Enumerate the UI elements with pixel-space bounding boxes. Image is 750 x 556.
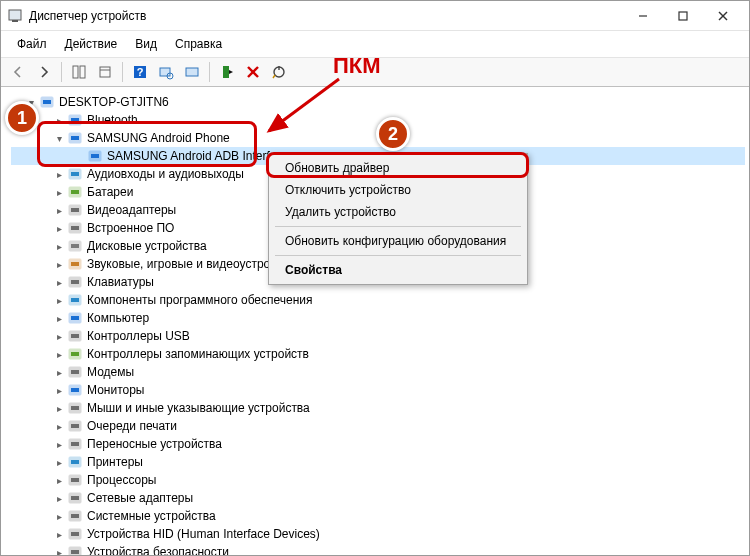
tb-properties-button[interactable] bbox=[94, 61, 116, 83]
expand-icon[interactable]: ▸ bbox=[53, 313, 65, 324]
svg-rect-70 bbox=[71, 550, 79, 554]
expand-icon[interactable]: ▸ bbox=[53, 547, 65, 556]
svg-rect-34 bbox=[71, 226, 79, 230]
expand-icon[interactable]: ▸ bbox=[53, 421, 65, 432]
phone-icon bbox=[87, 148, 103, 164]
tb-show-hide-tree-button[interactable] bbox=[68, 61, 90, 83]
expand-icon[interactable]: ▸ bbox=[53, 331, 65, 342]
tree-category[interactable]: ▸ Контроллеры USB bbox=[11, 327, 745, 345]
expand-icon[interactable]: ▾ bbox=[53, 133, 65, 144]
tb-uninstall-button[interactable] bbox=[242, 61, 264, 83]
expand-icon[interactable]: ▸ bbox=[53, 529, 65, 540]
tree-category-label: Принтеры bbox=[87, 455, 143, 469]
minimize-button[interactable] bbox=[623, 3, 663, 29]
context-menu-item[interactable]: Обновить драйвер bbox=[271, 157, 525, 179]
tree-category-label: Мониторы bbox=[87, 383, 144, 397]
expand-icon[interactable]: ▸ bbox=[53, 475, 65, 486]
expand-icon[interactable]: ▸ bbox=[53, 349, 65, 360]
svg-rect-54 bbox=[71, 406, 79, 410]
tree-category-label: Процессоры bbox=[87, 473, 157, 487]
tree-root[interactable]: ▾ DESKTOP-GTJITN6 bbox=[11, 93, 745, 111]
firmware-icon bbox=[67, 220, 83, 236]
expand-icon[interactable]: ▸ bbox=[53, 457, 65, 468]
svg-rect-14 bbox=[186, 68, 198, 76]
tree-category[interactable]: ▸ Устройства HID (Human Interface Device… bbox=[11, 525, 745, 543]
expand-icon[interactable]: ▸ bbox=[53, 169, 65, 180]
tb-back-button[interactable] bbox=[7, 61, 29, 83]
monitor-icon bbox=[67, 382, 83, 398]
expand-icon[interactable]: ▸ bbox=[53, 205, 65, 216]
svg-rect-50 bbox=[71, 370, 79, 374]
tree-category[interactable]: ▸ Системные устройства bbox=[11, 507, 745, 525]
svg-rect-68 bbox=[71, 532, 79, 536]
tb-help-button[interactable]: ? bbox=[129, 61, 151, 83]
context-menu-item[interactable]: Свойства bbox=[271, 259, 525, 281]
audio-icon bbox=[67, 166, 83, 182]
expand-icon[interactable]: ▸ bbox=[53, 277, 65, 288]
computer-icon bbox=[39, 94, 55, 110]
device-manager-window: Диспетчер устройств Файл Действие Вид Сп… bbox=[0, 0, 750, 556]
menu-help[interactable]: Справка bbox=[167, 35, 230, 53]
tree-category[interactable]: ▸ Модемы bbox=[11, 363, 745, 381]
tb-scan-hardware-button[interactable] bbox=[155, 61, 177, 83]
menu-action[interactable]: Действие bbox=[57, 35, 126, 53]
tree-category[interactable]: ▸ Принтеры bbox=[11, 453, 745, 471]
tree-category[interactable]: ▸ Переносные устройства bbox=[11, 435, 745, 453]
tb-disable-button[interactable] bbox=[268, 61, 290, 83]
context-menu-item[interactable]: Обновить конфигурацию оборудования bbox=[271, 230, 525, 252]
printer-icon bbox=[67, 454, 83, 470]
tree-category[interactable]: ▸ Контроллеры запоминающих устройств bbox=[11, 345, 745, 363]
close-button[interactable] bbox=[703, 3, 743, 29]
expand-icon[interactable]: ▸ bbox=[53, 367, 65, 378]
tree-category[interactable]: ▸ Компьютер bbox=[11, 309, 745, 327]
context-menu-item[interactable]: Отключить устройство bbox=[271, 179, 525, 201]
expand-icon[interactable]: ▸ bbox=[53, 493, 65, 504]
tb-enable-button[interactable] bbox=[216, 61, 238, 83]
context-menu-item[interactable]: Удалить устройство bbox=[271, 201, 525, 223]
svg-rect-7 bbox=[80, 66, 85, 78]
expand-icon[interactable]: ▸ bbox=[53, 403, 65, 414]
tree-category-label: Звуковые, игровые и видеоустрой bbox=[87, 257, 277, 271]
svg-rect-15 bbox=[223, 66, 229, 78]
context-menu-separator bbox=[275, 255, 521, 256]
tree-category-label: Компоненты программного обеспечения bbox=[87, 293, 313, 307]
expand-icon[interactable]: ▸ bbox=[53, 241, 65, 252]
svg-rect-60 bbox=[71, 460, 79, 464]
tree-category[interactable]: ▸ Процессоры bbox=[11, 471, 745, 489]
titlebar: Диспетчер устройств bbox=[1, 1, 749, 31]
software-icon bbox=[67, 292, 83, 308]
expand-icon[interactable]: ▸ bbox=[53, 187, 65, 198]
tb-forward-button[interactable] bbox=[33, 61, 55, 83]
svg-rect-38 bbox=[71, 262, 79, 266]
expand-icon[interactable]: ▸ bbox=[53, 223, 65, 234]
tb-update-driver-button[interactable] bbox=[181, 61, 203, 83]
svg-rect-0 bbox=[9, 10, 21, 20]
tree-category-label: Переносные устройства bbox=[87, 437, 222, 451]
expand-icon[interactable]: ▸ bbox=[53, 259, 65, 270]
mouse-icon bbox=[67, 400, 83, 416]
svg-rect-30 bbox=[71, 190, 79, 194]
svg-rect-12 bbox=[160, 68, 170, 76]
tree-category-label: Очереди печати bbox=[87, 419, 177, 433]
svg-rect-28 bbox=[71, 172, 79, 176]
expand-icon[interactable]: ▸ bbox=[53, 295, 65, 306]
tree-category[interactable]: ▸ Сетевые адаптеры bbox=[11, 489, 745, 507]
tree-category[interactable]: ▸ Мыши и иные указывающие устройства bbox=[11, 399, 745, 417]
tree-category-label: Модемы bbox=[87, 365, 134, 379]
tree-root-label: DESKTOP-GTJITN6 bbox=[59, 95, 169, 109]
tree-category[interactable]: ▸ Мониторы bbox=[11, 381, 745, 399]
expand-icon[interactable]: ▸ bbox=[53, 439, 65, 450]
tree-category[interactable]: ▸ Устройства безопасности bbox=[11, 543, 745, 555]
svg-rect-22 bbox=[71, 118, 79, 122]
expand-icon[interactable]: ▸ bbox=[53, 511, 65, 522]
tree-category-label: SAMSUNG Android Phone bbox=[87, 131, 230, 145]
tree-category[interactable]: ▸ Компоненты программного обеспечения bbox=[11, 291, 745, 309]
menu-file[interactable]: Файл bbox=[9, 35, 55, 53]
maximize-button[interactable] bbox=[663, 3, 703, 29]
svg-rect-48 bbox=[71, 352, 79, 356]
svg-rect-52 bbox=[71, 388, 79, 392]
expand-icon[interactable]: ▸ bbox=[53, 115, 65, 126]
tree-category[interactable]: ▸ Очереди печати bbox=[11, 417, 745, 435]
expand-icon[interactable]: ▸ bbox=[53, 385, 65, 396]
menu-view[interactable]: Вид bbox=[127, 35, 165, 53]
